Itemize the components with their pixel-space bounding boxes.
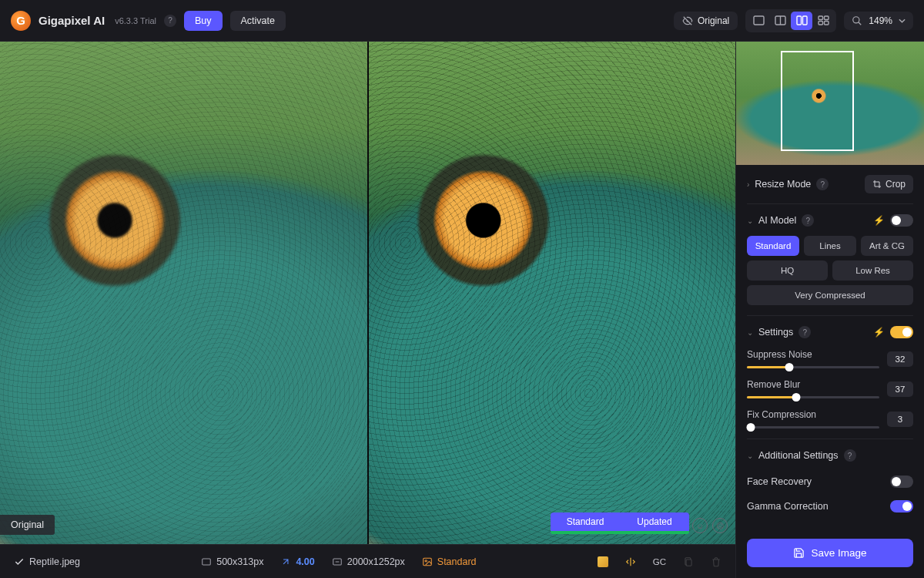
model-artcg-button[interactable]: Art & CG — [861, 236, 913, 256]
chevron-down-icon — [899, 18, 906, 23]
layout-grid-button[interactable] — [812, 12, 834, 30]
bolt-icon: ⚡ — [873, 327, 885, 338]
thumbs-down-icon[interactable]: ☹ — [712, 518, 728, 533]
suppress-noise-slider[interactable] — [747, 366, 879, 368]
trash-icon[interactable] — [711, 556, 721, 567]
model-lowres-button[interactable]: Low Res — [832, 260, 913, 281]
svg-rect-0 — [754, 16, 764, 25]
navigator-thumbnail[interactable] — [736, 42, 924, 165]
scale-icon — [280, 556, 291, 567]
svg-rect-4 — [802, 16, 807, 25]
model-standard-button[interactable]: Standard — [747, 236, 799, 256]
model-lines-button[interactable]: Lines — [804, 236, 856, 256]
result-tag: StandardUpdated — [551, 512, 689, 531]
svg-rect-3 — [797, 16, 802, 25]
chevron-right-icon[interactable]: › — [747, 180, 749, 189]
navigator-viewport[interactable] — [781, 51, 854, 151]
svg-point-14 — [425, 560, 427, 561]
gamma-toggle[interactable] — [890, 500, 913, 512]
ai-model-auto-toggle[interactable] — [890, 214, 913, 227]
chevron-down-icon[interactable]: ⌄ — [747, 217, 753, 225]
chevron-down-icon[interactable]: ⌄ — [747, 328, 753, 337]
chevron-down-icon[interactable]: ⌄ — [747, 452, 753, 460]
eye-off-icon — [682, 15, 693, 26]
fix-compression-slider[interactable] — [747, 426, 879, 428]
help-icon[interactable]: ? — [164, 15, 176, 27]
buy-button[interactable]: Buy — [184, 11, 223, 31]
layout-split-button[interactable] — [769, 12, 791, 30]
suppress-noise-value[interactable]: 32 — [887, 351, 913, 367]
app-version: v6.3.3 Trial — [115, 16, 156, 25]
remove-blur-slider[interactable] — [747, 396, 879, 398]
settings-label: Settings — [758, 327, 793, 338]
ai-model-label: AI Model — [758, 215, 796, 226]
thumbs-up-icon[interactable]: ☺ — [692, 518, 708, 533]
svg-rect-8 — [824, 22, 829, 25]
svg-rect-6 — [824, 16, 829, 20]
orig-dims: 500x313px — [201, 556, 263, 567]
additional-settings-label: Additional Settings — [758, 450, 839, 461]
result-progress — [551, 531, 689, 534]
svg-line-10 — [859, 22, 862, 25]
remove-blur-value[interactable]: 37 — [887, 381, 913, 397]
image-icon — [422, 556, 433, 567]
app-title: Gigapixel AI — [38, 14, 105, 27]
help-icon[interactable]: ? — [816, 178, 829, 190]
model-verycompressed-button[interactable]: Very Compressed — [747, 285, 913, 305]
activate-button[interactable]: Activate — [230, 11, 286, 31]
svg-rect-13 — [424, 558, 432, 565]
suppress-noise-label: Suppress Noise — [747, 349, 879, 360]
svg-point-9 — [853, 16, 859, 22]
svg-rect-5 — [819, 16, 823, 20]
layout-single-button[interactable] — [748, 12, 769, 30]
original-toggle[interactable]: Original — [674, 12, 738, 30]
gc-label: GC — [653, 557, 666, 566]
bolt-icon: ⚡ — [873, 215, 885, 226]
layout-sidebyside-button[interactable] — [791, 12, 812, 30]
model-chip[interactable]: Standard — [422, 556, 477, 567]
scale-factor[interactable]: 4.00 — [280, 556, 314, 567]
zoom-control[interactable]: 149% — [844, 12, 913, 30]
out-dims: 2000x1252px — [332, 556, 405, 567]
save-image-button[interactable]: Save Image — [747, 539, 913, 567]
help-icon[interactable]: ? — [844, 449, 856, 462]
face-recovery-label: Face Recovery — [747, 476, 812, 487]
original-pane: Original — [0, 42, 367, 544]
layout-mode-group — [745, 9, 836, 32]
save-icon — [793, 547, 805, 559]
compare-icon[interactable] — [625, 556, 636, 567]
settings-auto-toggle[interactable] — [890, 326, 913, 338]
file-chip[interactable]: Reptile.jpeg — [14, 556, 80, 567]
fix-compression-label: Fix Compression — [747, 409, 879, 420]
dimensions-in-icon — [201, 556, 212, 567]
check-icon — [14, 556, 25, 567]
fix-compression-value[interactable]: 3 — [887, 412, 913, 427]
original-label: Original — [0, 515, 55, 535]
model-hq-button[interactable]: HQ — [747, 260, 828, 281]
crop-icon — [872, 180, 882, 189]
crop-button[interactable]: Crop — [865, 175, 913, 193]
preset-icon[interactable] — [598, 556, 608, 567]
dimensions-out-icon — [332, 556, 343, 567]
model-grid: Standard Lines Art & CG HQ Low Res Very … — [747, 236, 913, 305]
svg-rect-11 — [203, 558, 211, 564]
help-icon[interactable]: ? — [798, 326, 811, 338]
result-pane: StandardUpdated ☺ ☹ — [367, 42, 736, 544]
help-icon[interactable]: ? — [802, 214, 814, 227]
svg-rect-7 — [819, 22, 823, 25]
app-logo: G — [11, 11, 31, 31]
remove-blur-label: Remove Blur — [747, 379, 879, 390]
face-recovery-toggle[interactable] — [890, 476, 913, 488]
gamma-label: Gamma Correction — [747, 501, 829, 512]
duplicate-icon[interactable] — [683, 556, 694, 567]
zoom-icon — [852, 15, 862, 26]
resize-mode-label: Resize Mode — [755, 179, 811, 190]
image-viewer[interactable]: Original StandardUpdated ☺ ☹ — [0, 42, 735, 544]
